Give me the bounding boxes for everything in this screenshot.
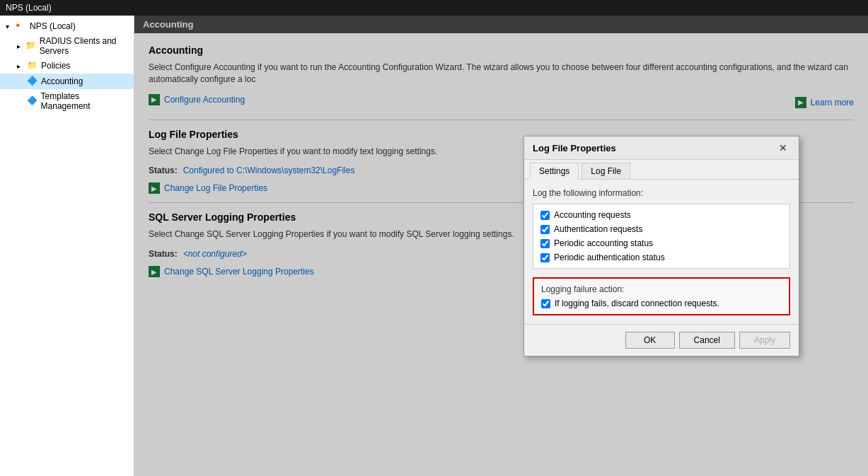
modal-title: Log File Properties	[533, 143, 616, 153]
sidebar-label-nps: NPS (Local)	[30, 21, 76, 31]
checkbox-periodic-authentication[interactable]	[540, 253, 550, 262]
folder-icon-templates: 🔷	[27, 95, 38, 107]
log-info-label: Log the following information:	[533, 188, 790, 198]
modal-overlay: Log File Properties ✕ Settings Log File …	[134, 16, 868, 476]
nps-icon: ●	[16, 21, 27, 32]
logging-failure-section: Logging failure action: If logging fails…	[533, 277, 790, 315]
modal-title-bar: Log File Properties ✕	[524, 137, 799, 160]
sidebar-label-templates: Templates Management	[41, 91, 128, 111]
accounting-icon: 🔷	[27, 76, 38, 87]
sidebar: ▾ ● NPS (Local) ▸ 📁 RADIUS Clients and S…	[0, 16, 134, 476]
sidebar-label-accounting: Accounting	[41, 76, 83, 86]
apply-button[interactable]: Apply	[739, 332, 790, 349]
sidebar-item-radius-clients[interactable]: ▸ 📁 RADIUS Clients and Servers	[0, 34, 134, 58]
tab-settings[interactable]: Settings	[530, 163, 579, 180]
log-checkboxes-group: Accounting requests Authentication reque…	[533, 204, 790, 269]
cancel-button[interactable]: Cancel	[679, 332, 735, 349]
modal-close-button[interactable]: ✕	[776, 142, 790, 153]
logging-failure-label: Logging failure action:	[541, 284, 782, 294]
ok-button[interactable]: OK	[625, 332, 675, 349]
expand-arrow-policies: ▸	[17, 62, 25, 70]
checkbox-item-discard-connections[interactable]: If logging fails, discard connection req…	[541, 298, 782, 308]
checkbox-item-authentication-requests[interactable]: Authentication requests	[540, 224, 782, 234]
checkbox-item-periodic-authentication[interactable]: Periodic authentication status	[540, 252, 782, 262]
checkbox-periodic-accounting[interactable]	[540, 239, 550, 248]
checkbox-label-authentication-requests: Authentication requests	[554, 224, 642, 234]
checkbox-label-accounting-requests: Accounting requests	[554, 210, 631, 220]
tab-log-file[interactable]: Log File	[581, 163, 630, 179]
checkbox-item-periodic-accounting[interactable]: Periodic accounting status	[540, 238, 782, 248]
sidebar-item-policies[interactable]: ▸ 📁 Policies	[0, 58, 134, 74]
sidebar-item-templates[interactable]: ▸ 🔷 Templates Management	[0, 89, 134, 113]
modal-settings-content: Log the following information: Accountin…	[524, 180, 799, 324]
sidebar-item-nps-local[interactable]: ▾ ● NPS (Local)	[0, 18, 134, 34]
sidebar-label-radius: RADIUS Clients and Servers	[40, 36, 128, 56]
checkbox-discard-connections[interactable]	[541, 299, 550, 308]
checkbox-item-accounting-requests[interactable]: Accounting requests	[540, 210, 782, 220]
checkbox-label-periodic-accounting: Periodic accounting status	[554, 238, 653, 248]
sidebar-item-accounting[interactable]: ▸ 🔷 Accounting	[0, 74, 134, 89]
log-file-properties-modal: Log File Properties ✕ Settings Log File …	[523, 136, 799, 356]
sidebar-label-policies: Policies	[41, 61, 70, 71]
checkbox-accounting-requests[interactable]	[540, 211, 550, 220]
content-area: Accounting Accounting Select Configure A…	[134, 16, 868, 476]
title-bar-text: NPS (Local)	[6, 3, 52, 13]
folder-icon-policies: 📁	[27, 60, 38, 71]
title-bar: NPS (Local)	[0, 0, 868, 16]
checkbox-label-periodic-authentication: Periodic authentication status	[554, 252, 665, 262]
checkbox-label-discard-connections: If logging fails, discard connection req…	[555, 298, 719, 308]
modal-tabs: Settings Log File	[524, 160, 799, 180]
modal-buttons: OK Cancel Apply	[524, 324, 799, 356]
checkbox-authentication-requests[interactable]	[540, 225, 550, 234]
expand-arrow-radius: ▸	[17, 42, 24, 50]
expand-arrow: ▾	[6, 23, 14, 30]
folder-icon-radius: 📁	[25, 40, 37, 52]
